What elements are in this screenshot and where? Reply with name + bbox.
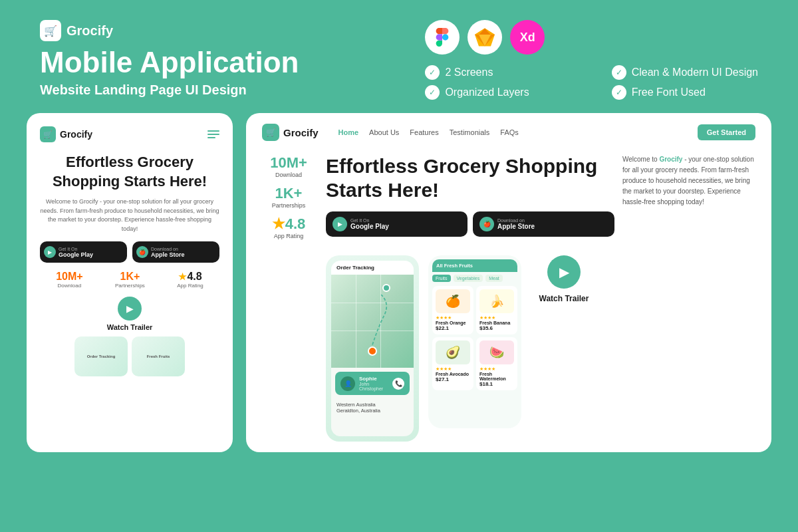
feature-screens: ✓ 2 Screens: [425, 65, 571, 80]
rating-label: App Rating: [177, 283, 203, 289]
desktop-download-buttons: ▶ Get It On Google Play 🍎 Download on: [326, 211, 614, 237]
feature-font-label: Free Font Used: [632, 86, 706, 98]
caller-avatar: 👤: [340, 376, 355, 391]
desktop-description: Welcome to Grocify - your one-stop solut…: [622, 154, 755, 207]
phone-icon[interactable]: 📞: [392, 378, 404, 390]
phone-preview-1: Order Tracking: [74, 336, 128, 376]
nav-faqs[interactable]: FAQs: [500, 128, 519, 136]
desktop-description-col: Welcome to Grocify - your one-stop solut…: [622, 154, 755, 247]
stat-download: 10M+ Download: [56, 271, 82, 289]
desktop-download-count: 10M+: [262, 154, 315, 172]
desktop-play-icon: ▶: [332, 217, 347, 231]
location2: Geraldton, Australia: [336, 408, 408, 414]
mobile-stats: 10M+ Download 1K+ Partnerships ★4.8 App …: [40, 271, 219, 289]
desktop-trailer: ▶ Watch Trailer: [531, 255, 597, 303]
cat-vegetables[interactable]: Vegetables: [454, 275, 483, 282]
partnerships-label: Partnerships: [115, 283, 145, 289]
product-name-watermelon: Fresh Watermelon: [479, 372, 514, 381]
brand-logo-icon: 🛒: [40, 20, 61, 41]
desktop-apple-store-btn[interactable]: 🍎 Download on Apple Store: [473, 211, 614, 237]
main-title: Mobile Application: [40, 47, 299, 78]
delivery-info: Western Australia Geraldton, Australia: [331, 399, 414, 416]
cat-meat[interactable]: Meat: [485, 275, 503, 282]
trailer-play-btn[interactable]: ▶: [118, 297, 142, 321]
sub-title: Website Landing Page UI Design: [40, 82, 299, 98]
features-grid: ✓ 2 Screens ✓ Clean & Modern UI Design ✓…: [425, 65, 758, 100]
product-img-watermelon: 🍉: [479, 340, 514, 364]
nav-home[interactable]: Home: [338, 128, 359, 136]
mobile-nav: 🛒 Grocify: [40, 126, 219, 142]
desktop-nav: 🛒 Grocify Home About Us Features Testimo…: [262, 124, 755, 141]
play-icon: ▶: [44, 246, 56, 258]
product-name-banana: Fresh Banana: [479, 321, 514, 325]
map-screen: Order Tracking: [331, 261, 414, 436]
google-play-text: Get It On Google Play: [59, 247, 93, 258]
hamburger-menu[interactable]: [207, 130, 219, 138]
stat-rating: ★4.8 App Rating: [177, 271, 203, 289]
brand-row: 🛒 Grocify: [40, 20, 299, 41]
product-rating-2: ★★★★: [479, 315, 514, 321]
feature-layers-label: Organized Layers: [445, 86, 529, 98]
nav-features[interactable]: Features: [410, 128, 438, 136]
product-img-orange: 🍊: [436, 289, 470, 313]
check-icon-4: ✓: [612, 85, 626, 100]
nav-about[interactable]: About Us: [369, 128, 399, 136]
grocery-header: All Fresh Fruits: [432, 259, 517, 272]
desktop-brand: 🛒 Grocify: [262, 124, 319, 141]
desktop-trailer-play-btn[interactable]: ▶: [547, 255, 581, 289]
cat-fruits[interactable]: Fruits: [432, 275, 451, 282]
mobile-apple-store-btn[interactable]: 🍎 Download on Apple Store: [132, 241, 219, 263]
get-started-btn[interactable]: Get Started: [698, 124, 755, 140]
product-rating-3: ★★★★: [436, 366, 470, 372]
category-tabs: Fruits Vegetables Meat: [432, 275, 517, 282]
feature-clean-ui-label: Clean & Modern UI Design: [632, 66, 758, 78]
desktop-phones: Order Tracking: [326, 255, 755, 442]
partnerships-count: 1K+: [115, 271, 145, 283]
desktop-hero-text: Effortless Grocery Shopping Starts Here!…: [326, 154, 614, 247]
product-watermelon: 🍉 ★★★★ Fresh Watermelon $18.1: [476, 337, 517, 390]
product-price-orange: $22.1: [436, 325, 470, 331]
mobile-download-buttons: ▶ Get It On Google Play 🍎 Download on Ap…: [40, 241, 219, 263]
phone-preview-map: Order Tracking: [74, 336, 128, 376]
nav-testimonials[interactable]: Testimonials: [450, 128, 490, 136]
brand-left: 🛒 Grocify Mobile Application Website Lan…: [40, 20, 299, 98]
desktop-rating-value: ★4.8: [262, 215, 315, 233]
screens-section: 🛒 Grocify Effortless Grocery Shopping St…: [0, 113, 798, 452]
desktop-nav-links: Home About Us Features Testimonials FAQs: [338, 128, 684, 136]
feature-screens-label: 2 Screens: [445, 66, 493, 78]
product-price-banana: $35.6: [479, 325, 514, 331]
call-card: 👤 Sophie John Christopher 📞: [335, 372, 410, 395]
mobile-trailer: ▶ Watch Trailer: [40, 297, 219, 331]
sketch-icon: [467, 20, 502, 55]
feature-font: ✓ Free Font Used: [612, 85, 758, 100]
desktop-google-play-btn[interactable]: ▶ Get It On Google Play: [326, 211, 467, 237]
rating-value: ★4.8: [177, 271, 203, 283]
product-grid: 🍊 ★★★★ Fresh Orange $22.1 🍌 ★★★★ Fresh B…: [432, 286, 517, 390]
product-price-watermelon: $18.1: [479, 381, 514, 387]
mobile-screen: 🛒 Grocify Effortless Grocery Shopping St…: [27, 113, 233, 452]
product-rating-4: ★★★★: [479, 366, 514, 372]
desktop-hero-top: Effortless Grocery Shopping Starts Here!…: [326, 154, 755, 247]
desktop-partnerships-count: 1K+: [262, 185, 315, 202]
product-avocado: 🥑 ★★★★ Fresh Avocado $27.1: [432, 337, 473, 390]
desktop-apple-icon: 🍎: [479, 217, 494, 231]
product-name-orange: Fresh Orange: [436, 321, 470, 325]
phone-order-tracking: Order Tracking: [326, 255, 419, 442]
desktop-logo-icon: 🛒: [262, 124, 279, 141]
desktop-hero-area: 10M+ Download 1K+ Partnerships ★4.8 App …: [262, 154, 755, 442]
check-icon-3: ✓: [425, 85, 440, 100]
caller-name: Sophie: [359, 376, 388, 382]
product-img-avocado: 🥑: [436, 340, 470, 364]
product-img-banana: 🍌: [479, 289, 514, 313]
desktop-partnerships-label: Partnerships: [262, 202, 315, 209]
feature-layers: ✓ Organized Layers: [425, 85, 571, 100]
phone-grocery: All Fresh Fruits Fruits Vegetables Meat …: [428, 255, 521, 428]
brand-name: Grocify: [66, 23, 113, 39]
desktop-screen: 🛒 Grocify Home About Us Features Testimo…: [246, 113, 771, 452]
mobile-google-play-btn[interactable]: ▶ Get It On Google Play: [40, 241, 127, 263]
desktop-stat-rating: ★4.8 App Rating: [262, 215, 315, 239]
download-count: 10M+: [56, 271, 82, 283]
stat-partnerships: 1K+ Partnerships: [115, 271, 145, 289]
apple-icon: 🍎: [136, 246, 148, 258]
right-info: Xd ✓ 2 Screens ✓ Clean & Modern UI Desig…: [425, 20, 758, 100]
